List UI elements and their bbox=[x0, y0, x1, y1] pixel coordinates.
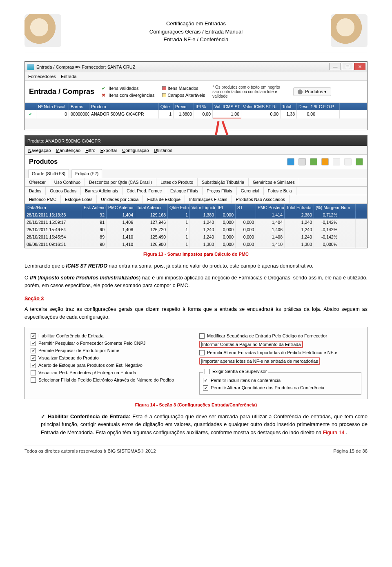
bullet-body-3: . bbox=[346, 430, 347, 435]
checkbox[interactable] bbox=[31, 370, 36, 375]
hist-col: Data/Hora bbox=[25, 204, 82, 211]
bullet-em: Entrada de Mercadoria. bbox=[41, 430, 94, 435]
bullet-figure-ref: Figura 14 bbox=[323, 430, 345, 435]
footer-left: Todos os direitos autorais reservados à … bbox=[24, 449, 156, 453]
menu-manutencao[interactable]: Manutenção bbox=[56, 148, 81, 153]
tab-outros-dados[interactable]: Outros Dados bbox=[46, 187, 81, 195]
hist-row[interactable]: 28/10/2011 16:13:33921,404129,16811,3800… bbox=[25, 211, 367, 219]
hist-row[interactable]: 28/10/2011 15:45:54891,410125,49011,2400… bbox=[25, 233, 367, 241]
legend-validados: Itens validados bbox=[109, 85, 138, 92]
config-option: Permitir Alterar Quantidade dos Produtos… bbox=[203, 385, 358, 391]
section-3-title: Seção 3 bbox=[24, 296, 368, 301]
checkbox[interactable] bbox=[31, 377, 36, 383]
toolbar-icon-4[interactable] bbox=[321, 158, 329, 165]
menu-exportar[interactable]: Exportar bbox=[100, 148, 118, 153]
hist-col: Total Entrada bbox=[285, 204, 314, 211]
tab-c-d-prod-fornec[interactable]: Cód. Prod. Fornec bbox=[122, 187, 166, 195]
checkbox[interactable] bbox=[203, 378, 208, 383]
legend-alteraveis: Campos Alteráveis bbox=[168, 92, 205, 99]
tab-pre-os-filiais[interactable]: Preços Filiais bbox=[203, 187, 236, 195]
col-qtde: Qtde bbox=[159, 103, 174, 110]
menu-filtro[interactable]: Filtro bbox=[85, 148, 95, 153]
fieldset-checkbox[interactable] bbox=[205, 369, 210, 374]
col-ipi: IPI % bbox=[194, 103, 213, 110]
checkbox[interactable] bbox=[203, 385, 208, 391]
menu-fornecedores[interactable]: Fornecedores bbox=[28, 74, 56, 79]
config-option: Visualizar Estoque do Produto bbox=[31, 355, 193, 361]
menu-utilitarios[interactable]: Utilitários bbox=[154, 148, 172, 153]
row-desc: 0,00 bbox=[297, 110, 317, 118]
tab-dados[interactable]: Dados bbox=[25, 187, 46, 195]
checkbox[interactable] bbox=[31, 333, 36, 339]
tab-estoque-lotes[interactable]: Estoque Lotes bbox=[61, 195, 97, 203]
maximize-button[interactable]: ☐ bbox=[342, 63, 353, 70]
gear-icon bbox=[298, 89, 303, 94]
toolbar-icon-6[interactable] bbox=[344, 158, 352, 165]
subtab-edicao[interactable]: Edição (F2) bbox=[71, 169, 102, 178]
grid-data-row[interactable]: ✔ 0 00000000202! ANADOR 500MG C/04CPR 1 … bbox=[25, 110, 367, 118]
tab-hist-rico-pmc[interactable]: Histórico PMC bbox=[25, 195, 61, 203]
tab-unidades-por-caixa[interactable]: Unidades por Caixa bbox=[97, 195, 143, 203]
minimize-button[interactable]: — bbox=[330, 63, 341, 70]
col-produto: Produto bbox=[89, 103, 159, 110]
tab-lotes-do-produto[interactable]: Lotes do Produto bbox=[156, 178, 198, 186]
tab-produtos-n-o-associados[interactable]: Produtos Não Associados bbox=[232, 195, 290, 203]
hist-row[interactable]: 28/10/2011 15:59:17911,406127,94611,2400… bbox=[25, 219, 367, 226]
grid-header-row: Nº Nota Fiscal Barras Produto Qtde Preco… bbox=[25, 103, 367, 110]
tab-gerencial[interactable]: Gerencial bbox=[237, 187, 264, 195]
hist-col: Qtde Entrada bbox=[168, 204, 190, 211]
config-label: Importar apenas lotes da NF-e na entrada… bbox=[202, 359, 318, 364]
tab-ficha-de-estoque[interactable]: Ficha de Estoque bbox=[143, 195, 185, 203]
col-barras: Barras bbox=[69, 103, 89, 110]
tab-informa-es-fiscais[interactable]: Informações Fiscais bbox=[185, 195, 232, 203]
subtab-grade[interactable]: Grade (Shift+F3) bbox=[28, 169, 69, 178]
row-valicms: 1,00 bbox=[213, 110, 241, 118]
hist-col: ST bbox=[236, 204, 256, 211]
header-illustration-right bbox=[331, 14, 368, 47]
hist-row[interactable]: 28/10/2011 15:49:54901,408126,72011,2400… bbox=[25, 226, 367, 233]
toolbar-icon-7[interactable] bbox=[356, 158, 363, 165]
tab-substitui-o-tribut-ria[interactable]: Substituição Tributária bbox=[198, 178, 249, 186]
header-line-2: Configurações Gerais / Entrada Manual bbox=[24, 28, 368, 36]
config-option: Permitir incluir itens na conferência bbox=[203, 378, 358, 383]
menu-entrada[interactable]: Entrada bbox=[61, 74, 77, 79]
yellow-square-icon bbox=[162, 93, 166, 97]
checkbox[interactable] bbox=[31, 348, 36, 353]
x-icon bbox=[102, 92, 107, 99]
checkbox[interactable] bbox=[31, 341, 36, 346]
menu-configuracao[interactable]: Configuração bbox=[122, 148, 149, 153]
tab-row-1: OferecerUso ContínuoDescontos por Qtde (… bbox=[25, 178, 367, 187]
config-option: Informar Contas a Pagar no Momento da En… bbox=[199, 341, 361, 348]
menu-navegacao[interactable]: Navegação bbox=[28, 148, 51, 153]
toolbar-icon-1[interactable] bbox=[287, 158, 294, 165]
tab-oferecer[interactable]: Oferecer bbox=[25, 178, 50, 186]
tab-fotos-e-bula[interactable]: Fotos e Bula bbox=[264, 187, 296, 195]
col-check bbox=[25, 103, 36, 110]
config-label: Permitir Alterar Entradas Importadas do … bbox=[207, 350, 337, 355]
historico-header: Data/HoraEst. AnteriorPMC AnteriorTotal … bbox=[25, 204, 367, 211]
figure-13: Entrada / Compras => Fornecedor: SANTA C… bbox=[24, 61, 368, 257]
col-desc: Desc. 1 % bbox=[297, 103, 317, 110]
tab-gen-ricos-e-similares[interactable]: Genéricos e Similares bbox=[249, 178, 299, 186]
toolbar-icon-2[interactable] bbox=[298, 158, 306, 165]
bullet-body-2: Esta opção têm algumas configurações aux… bbox=[96, 430, 323, 435]
checkbox[interactable] bbox=[199, 350, 205, 355]
tab-estoque-filiais[interactable]: Estoque Filiais bbox=[166, 187, 203, 195]
tab-uso-cont-nuo[interactable]: Uso Contínuo bbox=[50, 178, 85, 186]
hist-row[interactable]: 09/08/2011 09:16:31901,410126,90011,3800… bbox=[25, 241, 367, 248]
produtos-dropdown[interactable]: Produtos ▾ bbox=[293, 87, 331, 96]
row-barras: 00000000202! bbox=[69, 110, 89, 118]
row-preco: 1,3800 bbox=[174, 110, 194, 118]
toolbar-icon-5[interactable] bbox=[333, 158, 340, 165]
checkbox[interactable] bbox=[31, 355, 36, 361]
toolbar-icon-3[interactable] bbox=[310, 158, 317, 165]
close-button[interactable]: ✕ bbox=[354, 63, 365, 70]
checkbox[interactable] bbox=[199, 333, 205, 339]
tab-barras-adicionais[interactable]: Barras Adicionais bbox=[81, 187, 122, 195]
checkbox[interactable] bbox=[31, 363, 36, 368]
tab-descontos-por-qtde-cas-brasil-[interactable]: Descontos por Qtde (CAS Brasil) bbox=[85, 178, 156, 186]
figure-13-caption: Figura 13 - Somar Impostos para Cálculo … bbox=[24, 252, 368, 257]
checkmark-icon bbox=[41, 414, 48, 420]
row-ipi: 0,00 bbox=[194, 110, 213, 118]
hist-col: Est. Anterior bbox=[82, 204, 107, 211]
